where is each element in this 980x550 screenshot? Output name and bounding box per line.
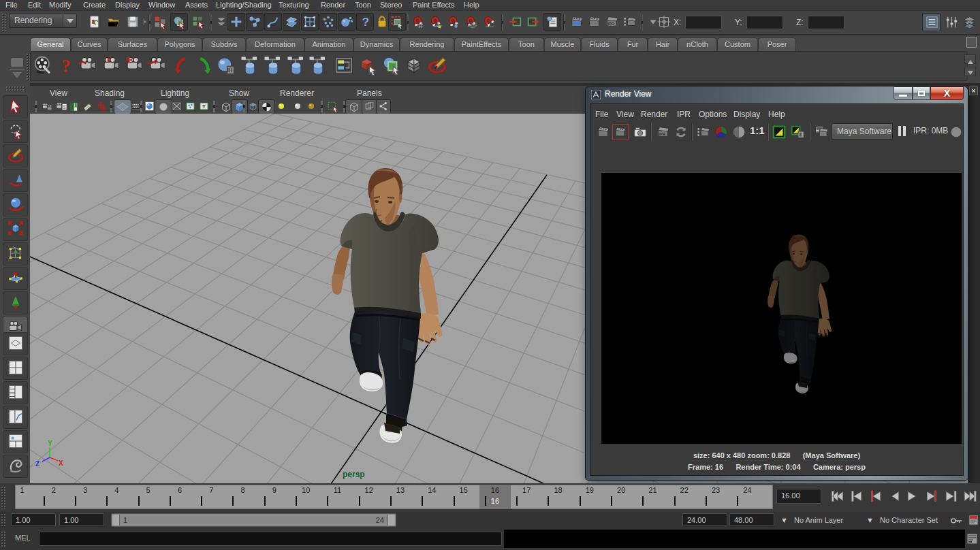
svg-text:IPR: IPR [608, 22, 614, 26]
svg-text:?: ? [362, 15, 369, 29]
svg-text:?: ? [61, 56, 70, 76]
svg-text:persp: persp [343, 470, 365, 479]
svg-text:Y: Y [48, 440, 52, 447]
svg-text:T: T [202, 103, 206, 110]
svg-text:Z: Z [35, 460, 39, 468]
svg-text:IPR: IPR [659, 132, 665, 136]
svg-text:X: X [59, 459, 63, 467]
